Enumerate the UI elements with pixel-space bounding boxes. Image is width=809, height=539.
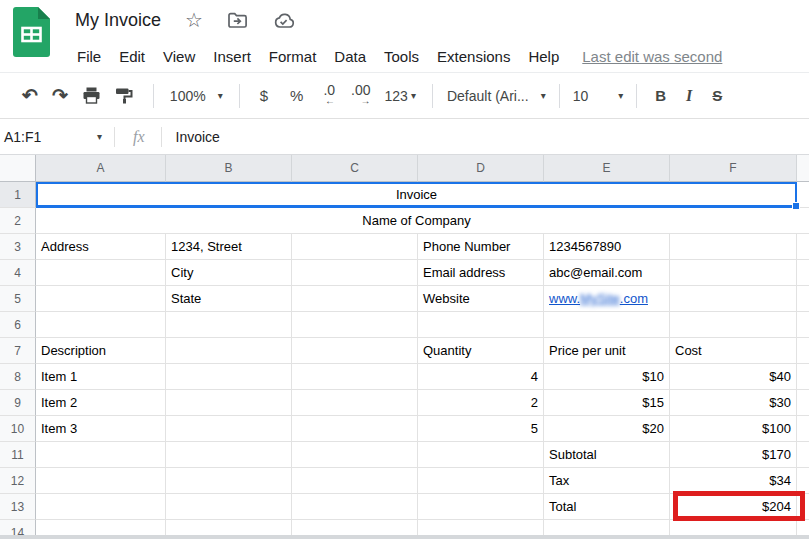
cell-C14[interactable] [292,520,418,535]
column-header-A[interactable]: A [36,155,166,182]
row-header-9[interactable]: 9 [0,390,36,416]
cell-D7[interactable]: Quantity [418,338,544,364]
cloud-saved-icon[interactable] [272,12,295,29]
row-header-8[interactable]: 8 [0,364,36,390]
cell-C6[interactable] [292,312,418,338]
cell-F14[interactable] [670,520,797,535]
cell-B13[interactable] [166,494,292,520]
cell-C4[interactable] [292,260,418,286]
row-header-7[interactable]: 7 [0,338,36,364]
cell-D3[interactable]: Phone Number [418,234,544,260]
cell-A14[interactable] [36,520,166,535]
cell-D9[interactable]: 2 [418,390,544,416]
cell-E6[interactable] [544,312,670,338]
name-box[interactable]: A1:F1 ▾ [0,129,112,145]
cell-partial-row-13[interactable] [797,494,809,520]
cell-A5[interactable] [36,286,166,312]
cell-C13[interactable] [292,494,418,520]
cell-A8[interactable]: Item 1 [36,364,166,390]
cell-F13[interactable]: $204 [670,494,797,520]
cell-partial-row-7[interactable] [797,338,809,364]
cell-B7[interactable] [166,338,292,364]
cell-E3[interactable]: 1234567890 [544,234,670,260]
menu-item-tools[interactable]: Tools [375,48,428,65]
menu-item-format[interactable]: Format [260,48,326,65]
cell-C5[interactable] [292,286,418,312]
row-header-3[interactable]: 3 [0,234,36,260]
column-header-D[interactable]: D [418,155,544,182]
row-header-10[interactable]: 10 [0,416,36,442]
menu-item-edit[interactable]: Edit [110,48,154,65]
cell-partial-row-10[interactable] [797,416,809,442]
cell-C11[interactable] [292,442,418,468]
cell-A11[interactable] [36,442,166,468]
cell-C10[interactable] [292,416,418,442]
cell-F3[interactable] [670,234,797,260]
formula-input[interactable]: Invoice [176,129,220,145]
cell-D8[interactable]: 4 [418,364,544,390]
menu-item-help[interactable]: Help [519,48,568,65]
increase-decimal-button[interactable]: .00 → [351,84,370,107]
website-link[interactable]: www.MySite.com [549,291,648,306]
undo-button[interactable]: ↶ [22,84,38,107]
menu-item-insert[interactable]: Insert [204,48,260,65]
row-header-6[interactable]: 6 [0,312,36,338]
cell-F10[interactable]: $100 [670,416,797,442]
document-title[interactable]: My Invoice [75,10,161,31]
row-header-2[interactable]: 2 [0,208,36,234]
format-currency-button[interactable]: $ [260,87,268,104]
column-header-B[interactable]: B [166,155,292,182]
cell-E5[interactable]: www.MySite.com [544,286,670,312]
cell-A9[interactable]: Item 2 [36,390,166,416]
last-edit-status[interactable]: Last edit was second [582,48,722,65]
menu-item-data[interactable]: Data [325,48,375,65]
cell-partial-row-3[interactable] [797,234,809,260]
cell-partial-row-6[interactable] [797,312,809,338]
select-all-corner[interactable] [0,155,36,182]
cell-E8[interactable]: $10 [544,364,670,390]
font-size-select[interactable]: 10 ▾ [573,88,624,104]
cell-F12[interactable]: $34 [670,468,797,494]
cell-E13[interactable]: Total [544,494,670,520]
cell-D14[interactable] [418,520,544,535]
cell-D10[interactable]: 5 [418,416,544,442]
cell-B3[interactable]: 1234, Street [166,234,292,260]
cell-F9[interactable]: $30 [670,390,797,416]
cell-C3[interactable] [292,234,418,260]
cell-A7[interactable]: Description [36,338,166,364]
cell-E4[interactable]: abc@email.com [544,260,670,286]
cell-B6[interactable] [166,312,292,338]
cell-F11[interactable]: $170 [670,442,797,468]
cell-partial-row-11[interactable] [797,442,809,468]
cell-D6[interactable] [418,312,544,338]
cell-F7[interactable]: Cost [670,338,797,364]
font-family-select[interactable]: Default (Ari... ▾ [447,88,546,104]
column-header-C[interactable]: C [292,155,418,182]
move-folder-icon[interactable] [227,12,248,29]
row-header-5[interactable]: 5 [0,286,36,312]
cell-B11[interactable] [166,442,292,468]
cell-E7[interactable]: Price per unit [544,338,670,364]
cell-D5[interactable]: Website [418,286,544,312]
fill-handle[interactable] [792,202,800,210]
strikethrough-button[interactable]: S [712,87,722,104]
cell-E10[interactable]: $20 [544,416,670,442]
bold-button[interactable]: B [655,87,666,104]
cell-C12[interactable] [292,468,418,494]
cell-C7[interactable] [292,338,418,364]
print-button[interactable] [82,87,101,104]
cell-partial-row-4[interactable] [797,260,809,286]
cell-partial-row-2[interactable] [797,208,809,234]
row-header-4[interactable]: 4 [0,260,36,286]
cell-partial-row-5[interactable] [797,286,809,312]
cell-A10[interactable]: Item 3 [36,416,166,442]
cell-partial-row-9[interactable] [797,390,809,416]
menu-item-file[interactable]: File [68,48,110,65]
cell-A13[interactable] [36,494,166,520]
cell-B9[interactable] [166,390,292,416]
menu-item-extensions[interactable]: Extensions [428,48,519,65]
column-header-E[interactable]: E [544,155,670,182]
row-header-11[interactable]: 11 [0,442,36,468]
cell-B14[interactable] [166,520,292,535]
cell-D13[interactable] [418,494,544,520]
